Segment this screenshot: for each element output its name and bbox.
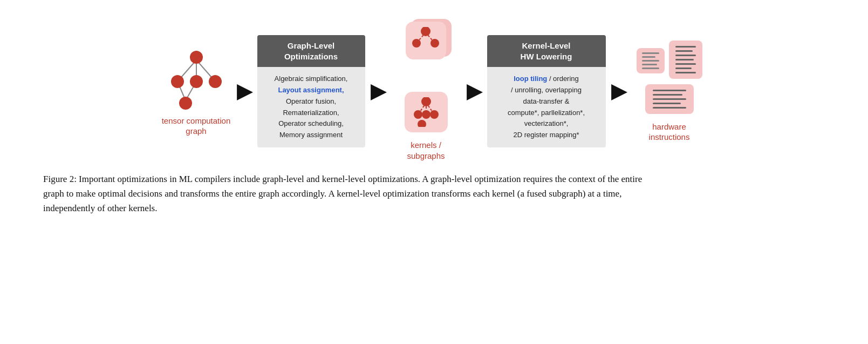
hw-label: hardware instructions — [632, 122, 707, 143]
svg-point-7 — [190, 75, 203, 88]
svg-point-9 — [179, 97, 192, 110]
tensor-graph-section: tensor computation graph — [161, 46, 231, 137]
svg-point-6 — [171, 75, 184, 88]
graph-level-body: Algebraic simplification, Layout assignm… — [257, 67, 365, 147]
svg-point-25 — [421, 97, 431, 106]
svg-point-28 — [430, 110, 439, 119]
svg-point-19 — [421, 27, 430, 36]
arrow-2: ▶ — [371, 80, 386, 103]
svg-point-8 — [209, 75, 222, 88]
kernels-section: kernels / subgraphs — [391, 22, 461, 161]
hw-section: hardware instructions — [632, 41, 707, 143]
figure-caption: Figure 2: Important optimizations in ML … — [22, 166, 669, 227]
diagram-area: tensor computation graph ▶ Graph-LevelOp… — [22, 11, 846, 166]
arrow-4: ▶ — [611, 80, 626, 103]
svg-point-20 — [412, 39, 421, 48]
tensor-label: tensor computation graph — [161, 116, 231, 137]
arrow-1: ▶ — [237, 80, 252, 103]
tensor-graph-svg — [167, 46, 226, 111]
kernel-level-header: Kernel-LevelHW Lowering — [487, 35, 606, 67]
hw-icons — [637, 41, 702, 79]
arrow-3: ▶ — [467, 80, 482, 103]
svg-point-5 — [190, 51, 203, 64]
graph-level-header: Graph-LevelOptimizations — [257, 35, 365, 67]
loop-tiling-text: loop tiling — [514, 75, 547, 83]
kernel-level-body: loop tiling / ordering / unrolling, over… — [487, 67, 606, 147]
kernel-level-box: Kernel-LevelHW Lowering loop tiling / or… — [487, 35, 606, 147]
svg-point-26 — [414, 110, 422, 119]
layout-assignment-text: Layout assignment, — [278, 86, 344, 94]
graph-level-box: Graph-LevelOptimizations Algebraic simpl… — [257, 35, 365, 147]
svg-point-21 — [430, 39, 439, 48]
svg-point-29 — [418, 120, 426, 127]
kernels-label: kernels / subgraphs — [391, 140, 461, 161]
svg-point-27 — [422, 110, 430, 119]
